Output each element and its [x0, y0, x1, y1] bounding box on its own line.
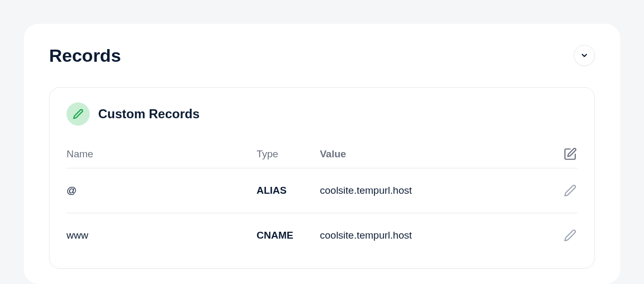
collapse-button[interactable]	[574, 45, 595, 66]
cell-action	[551, 228, 577, 243]
pencil-icon-circle	[67, 102, 90, 126]
records-card-header: Records	[49, 45, 595, 66]
pencil-icon	[564, 229, 576, 242]
table-header-row: Name Type Value	[67, 140, 577, 168]
cell-name: @	[67, 185, 257, 196]
custom-records-title: Custom Records	[98, 107, 200, 121]
table-row: www CNAME coolsite.tempurl.host	[67, 213, 577, 258]
column-header-name: Name	[67, 148, 257, 160]
cell-value: coolsite.tempurl.host	[320, 185, 551, 196]
pencil-icon	[73, 109, 83, 119]
edit-record-button[interactable]	[563, 183, 577, 198]
column-header-type: Type	[257, 148, 320, 160]
cell-name: www	[67, 230, 257, 241]
edit-record-button[interactable]	[563, 228, 577, 243]
cell-action	[551, 183, 577, 198]
cell-type: CNAME	[257, 230, 320, 241]
chevron-down-icon	[580, 51, 589, 60]
bulk-edit-button[interactable]	[563, 147, 577, 162]
column-header-value: Value	[320, 148, 551, 160]
cell-value: coolsite.tempurl.host	[320, 230, 551, 241]
edit-square-icon	[563, 147, 577, 161]
pencil-icon	[564, 184, 576, 197]
records-title: Records	[49, 45, 121, 66]
table-row: @ ALIAS coolsite.tempurl.host	[67, 168, 577, 213]
cell-type: ALIAS	[257, 185, 320, 196]
column-header-action	[551, 147, 577, 162]
records-card: Records Custom Records Name	[24, 24, 620, 284]
records-table: Name Type Value @ ALIAS	[67, 140, 577, 258]
custom-records-panel: Custom Records Name Type Value	[49, 87, 595, 269]
custom-records-panel-header: Custom Records	[67, 102, 577, 126]
